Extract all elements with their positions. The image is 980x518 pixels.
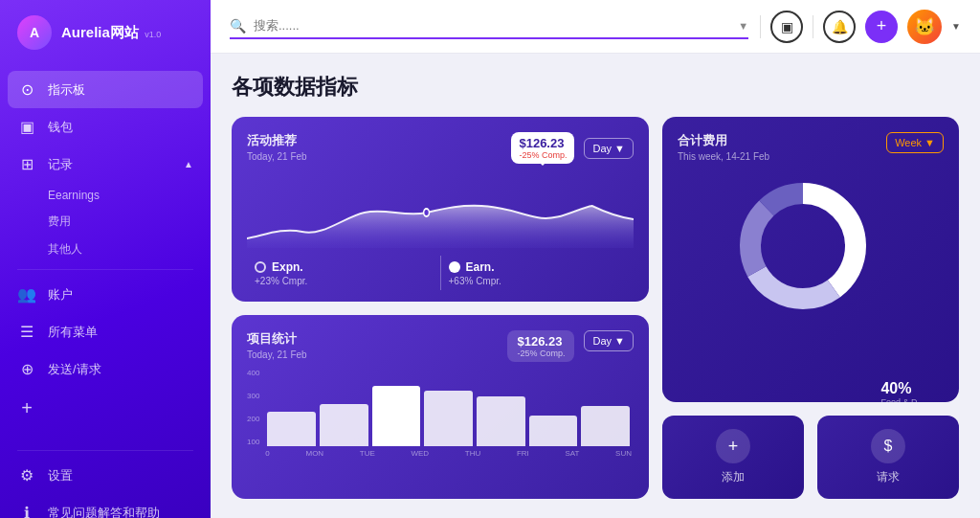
activity-badge-change: -25% Comp.	[519, 150, 567, 160]
expn-change: +23% Cmpr.	[255, 276, 433, 286]
activity-card-header: 活动推荐 Today, 21 Feb $126.23 -25% Comp. Da…	[247, 132, 634, 164]
project-title-group: 项目统计 Today, 21 Feb	[247, 330, 307, 360]
monitor-button[interactable]: ▣	[770, 11, 803, 43]
bar-sun	[581, 406, 630, 446]
x-label-sat: SAT	[565, 449, 579, 458]
wallet-icon: ▣	[17, 118, 36, 136]
stat-expn: Expn. +23% Cmpr.	[247, 260, 440, 286]
bar-fri	[477, 396, 525, 446]
sidebar-sub-earnings[interactable]: Eearnings	[0, 183, 211, 208]
sidebar-item-menu[interactable]: ☰ 所有菜单	[0, 313, 211, 350]
project-badge: $126.23 -25% Comp.	[507, 330, 574, 362]
week-selector[interactable]: Week ▼	[886, 132, 944, 153]
donut-subtitle: This week, 14-21 Feb	[678, 151, 769, 162]
bar-tue	[320, 404, 368, 446]
accounts-icon: 👥	[17, 285, 36, 304]
y-label-100: 100	[247, 439, 259, 446]
cards-row: 活动推荐 Today, 21 Feb $126.23 -25% Comp. Da…	[232, 117, 959, 499]
sidebar-sub-expenses[interactable]: 费用	[0, 208, 211, 236]
expn-name: Expn.	[272, 260, 303, 274]
send-icon: ⊕	[17, 360, 36, 378]
x-label-fri: FRI	[517, 449, 529, 458]
sidebar-logo: A Aurelia网站 v1.0	[0, 0, 211, 65]
x-label-tue: TUE	[360, 449, 375, 458]
records-arrow: ▲	[184, 159, 193, 169]
sidebar-item-label: 设置	[48, 467, 73, 484]
activity-day-selector[interactable]: Day ▼	[584, 138, 634, 159]
sidebar-sub-others[interactable]: 其他人	[0, 236, 211, 263]
sidebar-item-send[interactable]: ⊕ 发送/请求	[0, 350, 211, 388]
earn-circle	[449, 261, 460, 273]
donut-card-header: 合计费用 This week, 14-21 Feb Week ▼	[678, 132, 944, 162]
donut-svg	[726, 169, 880, 323]
menu-icon: ☰	[17, 323, 36, 341]
help-icon: ℹ	[17, 504, 36, 518]
activity-subtitle: Today, 21 Feb	[247, 151, 307, 162]
logo-text: Aurelia网站	[61, 24, 139, 40]
y-label-200: 200	[247, 416, 259, 423]
content-area: 各项数据指标 活动推荐 Today, 21 Feb $126.23 -25	[211, 54, 980, 518]
left-cards: 活动推荐 Today, 21 Feb $126.23 -25% Comp. Da…	[232, 117, 649, 499]
expn-circle	[255, 261, 266, 273]
activity-title: 活动推荐	[247, 132, 307, 149]
topbar-actions: ▣ 🔔 + 🐱 ▼	[760, 10, 961, 44]
right-cards: 合计费用 This week, 14-21 Feb Week ▼	[662, 117, 959, 499]
request-card[interactable]: $ 请求	[817, 416, 959, 499]
topbar-divider-2	[813, 15, 813, 38]
chart-stats: Expn. +23% Cmpr. Earn. +63% Cmpr.	[247, 256, 634, 290]
search-box[interactable]: 🔍 ▼	[230, 14, 748, 39]
x-label-mon: MON	[305, 449, 323, 458]
page-title: 各项数据指标	[232, 73, 959, 101]
sidebar-item-settings[interactable]: ⚙ 设置	[0, 457, 211, 494]
activity-badge: $126.23 -25% Comp.	[511, 132, 574, 164]
logo-version: v1.0	[145, 30, 161, 39]
search-dropdown-icon[interactable]: ▼	[738, 20, 748, 32]
sidebar: A Aurelia网站 v1.0 ⊙ 指示板 ▣ 钱包 ⊞ 记录 ▲ Eearn…	[0, 0, 211, 518]
sidebar-item-label: 钱包	[48, 119, 73, 136]
add-button[interactable]: +	[865, 11, 898, 43]
bar-sat	[529, 416, 578, 446]
project-badge-change: -25% Comp.	[517, 349, 565, 358]
sidebar-item-wallet[interactable]: ▣ 钱包	[0, 108, 211, 146]
sidebar-item-accounts[interactable]: 👥 账户	[0, 276, 211, 313]
bar-chart-bars	[263, 370, 634, 446]
bottom-action-cards: + 添加 $ 请求	[662, 416, 959, 499]
request-card-label: 请求	[877, 469, 900, 485]
notification-button[interactable]: 🔔	[823, 11, 856, 43]
project-card-header: 项目统计 Today, 21 Feb $126.23 -25% Comp. Da…	[247, 330, 634, 362]
sidebar-item-dashboard[interactable]: ⊙ 指示板	[8, 71, 203, 108]
y-label-300: 300	[247, 393, 259, 400]
project-badge-amount: $126.23	[517, 334, 565, 349]
earn-name: Earn.	[466, 260, 495, 274]
project-subtitle: Today, 21 Feb	[247, 349, 307, 360]
sidebar-item-label: 指示板	[48, 81, 85, 99]
earn-change: +63% Cmpr.	[449, 276, 627, 286]
project-day-selector[interactable]: Day ▼	[584, 330, 634, 351]
project-title: 项目统计	[247, 330, 307, 348]
sidebar-item-add[interactable]: +	[0, 388, 211, 429]
add-card-label: 添加	[722, 469, 745, 485]
nav-divider	[17, 269, 193, 270]
bottom-divider	[17, 450, 193, 451]
user-avatar[interactable]: 🐱	[907, 10, 942, 44]
main-content: 🔍 ▼ ▣ 🔔 + 🐱 ▼ 各项数据指标 活动推荐	[211, 0, 980, 518]
donut-card: 合计费用 This week, 14-21 Feb Week ▼	[662, 117, 959, 402]
x-label-wed: WED	[411, 449, 429, 458]
search-input[interactable]	[254, 18, 730, 33]
sidebar-bottom: ⚙ 设置 ℹ 常见问题解答和帮助	[0, 435, 211, 518]
legend-food: 40% Food & D...	[880, 380, 924, 402]
logo-avatar: A	[17, 15, 52, 50]
sidebar-item-label: 账户	[48, 286, 73, 304]
sidebar-item-help[interactable]: ℹ 常见问题解答和帮助	[0, 494, 211, 518]
add-card[interactable]: + 添加	[662, 416, 804, 499]
bar-thu	[424, 391, 473, 446]
request-card-icon: $	[871, 429, 905, 463]
add-card-icon: +	[716, 429, 750, 463]
y-label-400: 400	[247, 370, 259, 377]
sidebar-item-label: 常见问题解答和帮助	[48, 505, 160, 519]
stat-earn: Earn. +63% Cmpr.	[441, 260, 635, 286]
sidebar-item-label: 记录	[48, 156, 73, 173]
user-dropdown-icon[interactable]: ▼	[951, 21, 961, 32]
dashboard-icon: ⊙	[17, 80, 36, 99]
sidebar-item-records[interactable]: ⊞ 记录 ▲	[0, 146, 211, 183]
